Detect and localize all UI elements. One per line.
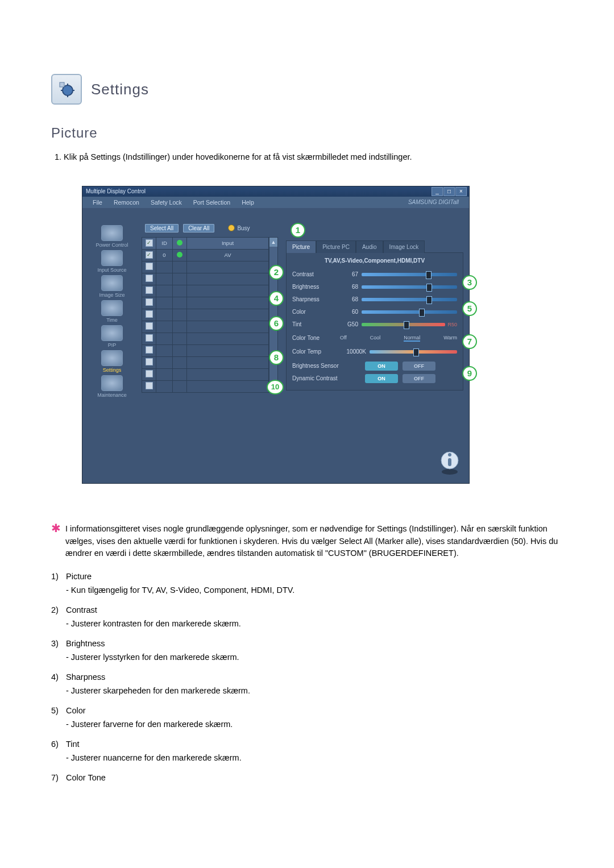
menu-safety-lock[interactable]: Safety Lock [145,199,188,206]
color-temp-row: Color Temp 10000K [292,346,457,358]
contrast-slider[interactable] [362,273,457,276]
sidebar-item-power-control[interactable]: Power Control [89,225,135,248]
tint-slider[interactable] [362,323,445,326]
contrast-row: Contrast 67 [292,268,457,281]
table-row[interactable] [142,285,269,297]
callout-1: 1 [291,223,305,238]
sidebar: Power Control Input Source Image Size Ti… [82,208,142,483]
callout-6: 6 [269,316,284,331]
callout-3: 3 [462,275,477,290]
table-row[interactable] [142,273,269,285]
status-header-icon [177,240,182,246]
brightness-sensor-off[interactable]: OFF [403,362,435,371]
callout-9: 9 [462,366,477,381]
scroll-up-icon[interactable]: ▲ [269,238,277,247]
table-row[interactable] [142,356,269,368]
busy-indicator: Busy [228,225,250,231]
table-row[interactable] [142,380,269,392]
table-row[interactable] [142,297,269,309]
window-title: Multiple Display Control [86,188,146,194]
tint-row: Tint G50 R50 [292,318,457,331]
minimize-button[interactable]: _ [432,187,443,196]
table-row[interactable] [142,309,269,321]
menu-remocon[interactable]: Remocon [108,199,145,206]
info-note: I informationsgitteret vises nogle grund… [65,523,563,560]
settings-section-icon [51,74,82,105]
section-heading: Picture [51,125,563,141]
status-dot-icon [177,252,182,258]
close-button[interactable]: × [455,187,467,196]
color-temp-slider[interactable] [370,350,457,354]
sidebar-item-image-size[interactable]: Image Size [89,275,135,298]
dynamic-contrast-row: Dynamic Contrast ON OFF [292,374,457,383]
color-row: Color 60 [292,306,457,318]
menu-file[interactable]: File [87,199,108,206]
dynamic-contrast-on[interactable]: ON [365,374,398,383]
maximize-button[interactable]: □ [443,187,455,196]
intro-step: Klik på Settings (Indstillinger) under h… [64,151,563,164]
callout-10: 10 [267,380,284,394]
sidebar-item-input-source[interactable]: Input Source [89,250,135,273]
sharpness-slider[interactable] [362,298,457,301]
color-slider[interactable] [362,310,457,314]
callout-4: 4 [269,291,284,306]
sidebar-item-maintenance[interactable]: Maintenance [89,375,135,398]
source-mode-label: TV,AV,S-Video,Component,HDMI,DTV [292,258,457,264]
tab-picture-pc[interactable]: Picture PC [316,240,356,253]
tab-image-lock[interactable]: Image Lock [383,240,425,253]
row-checkbox[interactable] [146,251,153,259]
sharpness-row: Sharpness 68 [292,293,457,306]
color-tone-options[interactable]: Off Cool Normal Warm [340,335,457,342]
brightness-sensor-row: Brightness Sensor ON OFF [292,362,457,371]
svg-rect-4 [448,458,451,466]
table-row[interactable]: 0 AV [142,249,269,261]
clear-all-button[interactable]: Clear All [183,224,214,232]
menu-port-selection[interactable]: Port Selection [188,199,236,206]
callout-8: 8 [269,350,284,365]
info-icon [439,450,460,475]
svg-point-5 [448,453,451,456]
display-grid: ID Input 0 AV [142,237,269,393]
svg-rect-1 [60,82,64,87]
description-list: 1)Picture- Kun tilgængelig for TV, AV, S… [51,570,563,790]
sidebar-item-pip[interactable]: PIP [89,325,135,348]
tab-audio[interactable]: Audio [356,240,383,253]
star-icon: ✱ [51,522,61,560]
color-tone-row: Color Tone Off Cool Normal Warm [292,331,457,346]
menu-bar: File Remocon Safety Lock Port Selection … [82,197,469,208]
table-row[interactable] [142,368,269,380]
select-all-button[interactable]: Select All [145,224,179,232]
sidebar-item-settings[interactable]: Settings [89,350,135,373]
table-row[interactable] [142,344,269,356]
svg-point-2 [442,469,458,475]
dynamic-contrast-off[interactable]: OFF [403,374,435,383]
col-id: ID [156,237,173,249]
grid-scrollbar[interactable]: ▲ ▼ [269,237,278,393]
page-title: Settings [91,81,149,98]
sidebar-item-time[interactable]: Time [89,300,135,323]
brightness-sensor-on[interactable]: ON [365,362,398,371]
callout-5: 5 [462,301,477,316]
brightness-slider[interactable] [362,285,457,289]
header-checkbox[interactable] [146,239,153,247]
menu-help[interactable]: Help [236,199,260,206]
app-window: Multiple Display Control _ □ × File Remo… [82,186,469,483]
callout-2: 2 [269,265,284,280]
tab-picture[interactable]: Picture [286,240,316,253]
table-row[interactable] [142,261,269,273]
table-row[interactable] [142,321,269,333]
callout-7: 7 [462,334,477,349]
brightness-row: Brightness 68 [292,281,457,293]
table-row[interactable] [142,333,269,344]
col-input: Input [187,237,269,249]
brand-label: SAMSUNG DIGITall [403,199,464,205]
